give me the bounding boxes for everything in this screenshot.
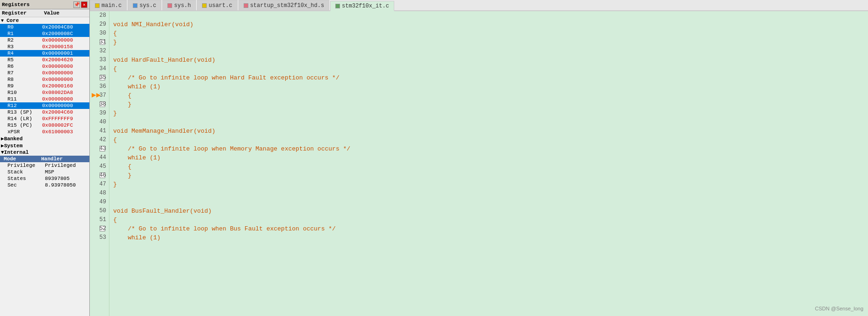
line-number: 52 [90,224,106,233]
register-row[interactable]: xPSR0x61000003 [0,129,89,135]
register-list: R00x20004C80R10x2000008CR20x00000000R30x… [0,24,89,135]
close-icon[interactable]: ✕ [81,1,87,8]
register-value: 0x20000158 [42,44,89,50]
editor-tab[interactable]: startup_stm32f10x_hd.s [239,0,329,10]
tab-icon [133,3,137,8]
register-row[interactable]: R70x00000000 [0,70,89,76]
tab-label: main.c [101,2,122,9]
editor-tab[interactable]: sys.c [128,0,161,10]
register-row[interactable]: R60x00000000 [0,63,89,70]
register-row[interactable]: R80x00000000 [0,76,89,83]
core-label: Core [7,18,19,23]
register-name: xPSR [0,129,42,135]
expand-icon: ▶ [1,143,4,149]
line-number: 31 [90,38,106,47]
expand-icon: ▼ [1,18,7,23]
register-row[interactable]: R40x00000001 [0,50,89,57]
line-number: 43 [90,144,106,153]
register-name: R3 [0,44,42,50]
internal-register-row[interactable]: PrivilegePrivileged [0,162,89,169]
register-name: R13 (SP) [0,109,42,115]
register-value: 0x08002DA8 [42,90,89,95]
editor-tab[interactable]: stm32f10x_it.c [330,1,394,11]
code-line: } [113,171,868,180]
banked-label: Banked [4,136,23,142]
register-name: R6 [0,64,42,69]
code-line: /* Go to infinite loop when Hard Fault e… [113,73,868,82]
register-name: R8 [0,77,42,82]
code-line: { [113,65,868,73]
code-line: } [113,38,868,47]
register-value: 0x00000000 [42,103,89,108]
code-line: /* Go to infinite loop when Memory Manag… [113,144,868,153]
code-line: while (1) [113,233,868,242]
tab-list: main.csys.csys.husart.cstartup_stm32f10x… [90,0,395,10]
core-section-header[interactable]: ▼ Core [0,17,89,24]
execution-arrow: ▶▶ [92,90,101,100]
line-number: 42 − [90,136,106,144]
register-row[interactable]: R15 (PC)0x080002FC [0,122,89,129]
internal-reg-value: 89397805 [45,176,89,181]
registers-title: Registers [2,2,29,7]
internal-section-header[interactable]: ▼ Internal [0,149,89,156]
register-value: 0x20004C80 [42,24,89,30]
tab-label: usart.c [209,2,232,9]
tab-icon [202,3,207,8]
line-number: 45 − [90,162,106,171]
internal-register-row[interactable]: StackMSP [0,169,89,175]
editor-area: main.csys.csys.husart.cstartup_stm32f10x… [90,0,868,316]
banked-section-header[interactable]: ▶ Banked [0,135,89,142]
register-name: R9 [0,83,42,89]
code-content: void NMI_Handler(void){}void HardFault_H… [109,11,868,316]
register-row[interactable]: R10x2000008C [0,30,89,37]
code-line [113,118,868,127]
code-area[interactable]: 282930 −31323334 −353637 −3839404142 −43… [90,11,868,316]
register-row[interactable]: R120x00000000 [0,102,89,109]
registers-column-headers: Register Value [0,9,89,17]
line-number: 41 [90,127,106,136]
register-row[interactable]: R30x20000158 [0,43,89,50]
internal-reg-name: Stack [7,169,45,175]
register-name: R4 [0,50,42,56]
internal-register-row[interactable]: States89397805 [0,175,89,182]
register-row[interactable]: R50x20004620 [0,57,89,63]
editor-tab[interactable]: sys.h [162,0,196,10]
internal-header-row: ModeHandler [0,156,89,162]
code-line: while (1) [113,82,868,91]
register-value: 0x20004C60 [42,109,89,115]
register-row[interactable]: R14 (LR)0xFFFFFFF9 [0,115,89,122]
code-line [113,198,868,207]
register-name: R15 (PC) [0,122,42,128]
line-number: 53 [90,233,106,242]
code-line: { [113,91,868,100]
editor-tab[interactable]: main.c [90,0,127,10]
register-row[interactable]: R13 (SP)0x20004C60 [0,109,89,115]
register-row[interactable]: R00x20004C80 [0,24,89,30]
register-row[interactable]: R100x08002DA8 [0,89,89,96]
line-number: 48 [90,189,106,198]
register-row[interactable]: R110x00000000 [0,96,89,102]
line-number: 29 [90,20,106,29]
code-line: { [113,162,868,171]
registers-body[interactable]: ▼ Core R00x20004C80R10x2000008CR20x00000… [0,17,89,316]
code-line: { [113,29,868,38]
register-name: R0 [0,24,42,30]
line-number: 35 [90,73,106,82]
register-row[interactable]: R90x20000160 [0,83,89,89]
internal-register-list: ModeHandlerPrivilegePrivilegedStackMSPSt… [0,156,89,188]
editor-tab[interactable]: usart.c [197,0,237,10]
line-number: 39 [90,109,106,118]
internal-register-row[interactable]: Sec8.93978050 [0,182,89,188]
tab-icon [244,3,248,8]
pin-icon[interactable]: 📌 [73,1,80,8]
system-section-header[interactable]: ▶ System [0,142,89,149]
register-row[interactable]: R20x00000000 [0,37,89,43]
register-value: 0xFFFFFFF9 [42,116,89,122]
tab-icon [167,3,172,8]
internal-label: Internal [4,150,29,155]
internal-reg-value: 8.93978050 [45,182,89,188]
tab-icon [335,4,340,8]
code-line [113,11,868,20]
expand-icon: ▶ [1,136,4,142]
internal-handler-header: Handler [41,156,89,162]
